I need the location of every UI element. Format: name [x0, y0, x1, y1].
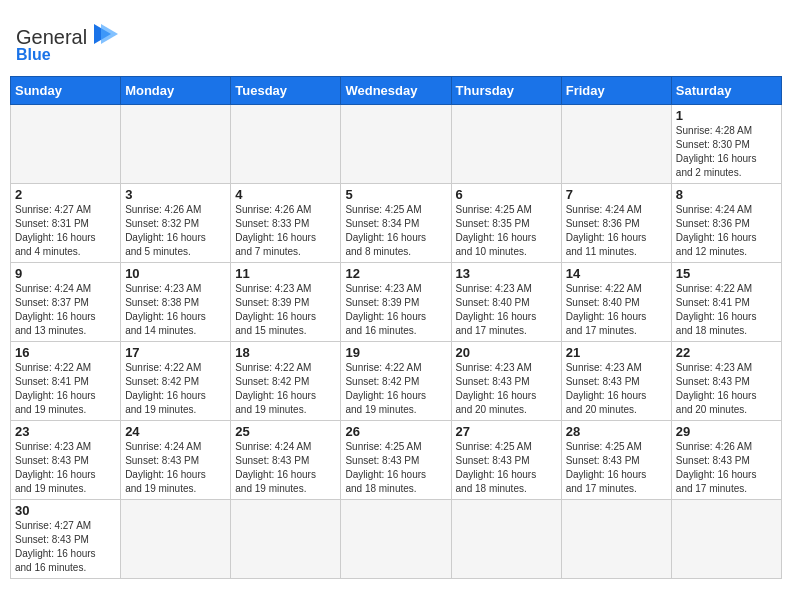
day-number: 19	[345, 345, 446, 360]
calendar-cell	[11, 105, 121, 184]
calendar-cell	[231, 500, 341, 579]
calendar-cell	[451, 105, 561, 184]
day-number: 22	[676, 345, 777, 360]
column-header-tuesday: Tuesday	[231, 77, 341, 105]
calendar-cell: 10Sunrise: 4:23 AM Sunset: 8:38 PM Dayli…	[121, 263, 231, 342]
day-info: Sunrise: 4:22 AM Sunset: 8:41 PM Dayligh…	[15, 361, 116, 417]
day-info: Sunrise: 4:26 AM Sunset: 8:43 PM Dayligh…	[676, 440, 777, 496]
calendar-week-row: 16Sunrise: 4:22 AM Sunset: 8:41 PM Dayli…	[11, 342, 782, 421]
svg-text:General: General	[16, 26, 87, 48]
column-header-monday: Monday	[121, 77, 231, 105]
page-header: General Blue	[10, 10, 782, 70]
calendar-cell: 1Sunrise: 4:28 AM Sunset: 8:30 PM Daylig…	[671, 105, 781, 184]
day-info: Sunrise: 4:28 AM Sunset: 8:30 PM Dayligh…	[676, 124, 777, 180]
day-info: Sunrise: 4:25 AM Sunset: 8:35 PM Dayligh…	[456, 203, 557, 259]
calendar-cell: 16Sunrise: 4:22 AM Sunset: 8:41 PM Dayli…	[11, 342, 121, 421]
day-info: Sunrise: 4:23 AM Sunset: 8:40 PM Dayligh…	[456, 282, 557, 338]
day-info: Sunrise: 4:25 AM Sunset: 8:43 PM Dayligh…	[566, 440, 667, 496]
day-info: Sunrise: 4:27 AM Sunset: 8:31 PM Dayligh…	[15, 203, 116, 259]
calendar-week-row: 30Sunrise: 4:27 AM Sunset: 8:43 PM Dayli…	[11, 500, 782, 579]
day-info: Sunrise: 4:26 AM Sunset: 8:33 PM Dayligh…	[235, 203, 336, 259]
day-number: 6	[456, 187, 557, 202]
calendar-cell	[451, 500, 561, 579]
calendar-cell	[341, 500, 451, 579]
column-header-saturday: Saturday	[671, 77, 781, 105]
calendar-cell	[671, 500, 781, 579]
column-header-wednesday: Wednesday	[341, 77, 451, 105]
day-info: Sunrise: 4:22 AM Sunset: 8:40 PM Dayligh…	[566, 282, 667, 338]
day-info: Sunrise: 4:22 AM Sunset: 8:42 PM Dayligh…	[125, 361, 226, 417]
day-number: 16	[15, 345, 116, 360]
day-number: 15	[676, 266, 777, 281]
day-info: Sunrise: 4:23 AM Sunset: 8:43 PM Dayligh…	[676, 361, 777, 417]
day-number: 23	[15, 424, 116, 439]
day-number: 24	[125, 424, 226, 439]
day-info: Sunrise: 4:22 AM Sunset: 8:42 PM Dayligh…	[235, 361, 336, 417]
day-number: 30	[15, 503, 116, 518]
day-number: 4	[235, 187, 336, 202]
day-number: 21	[566, 345, 667, 360]
day-info: Sunrise: 4:24 AM Sunset: 8:36 PM Dayligh…	[566, 203, 667, 259]
calendar-cell: 3Sunrise: 4:26 AM Sunset: 8:32 PM Daylig…	[121, 184, 231, 263]
calendar-cell: 24Sunrise: 4:24 AM Sunset: 8:43 PM Dayli…	[121, 421, 231, 500]
logo: General Blue	[16, 14, 126, 66]
calendar-cell	[121, 500, 231, 579]
day-number: 20	[456, 345, 557, 360]
calendar-cell: 9Sunrise: 4:24 AM Sunset: 8:37 PM Daylig…	[11, 263, 121, 342]
calendar-cell: 27Sunrise: 4:25 AM Sunset: 8:43 PM Dayli…	[451, 421, 561, 500]
day-number: 9	[15, 266, 116, 281]
calendar-cell: 26Sunrise: 4:25 AM Sunset: 8:43 PM Dayli…	[341, 421, 451, 500]
day-number: 26	[345, 424, 446, 439]
day-number: 27	[456, 424, 557, 439]
calendar-table: SundayMondayTuesdayWednesdayThursdayFrid…	[10, 76, 782, 579]
column-header-friday: Friday	[561, 77, 671, 105]
calendar-cell	[341, 105, 451, 184]
calendar-cell	[561, 500, 671, 579]
calendar-header-row: SundayMondayTuesdayWednesdayThursdayFrid…	[11, 77, 782, 105]
day-number: 17	[125, 345, 226, 360]
day-info: Sunrise: 4:23 AM Sunset: 8:43 PM Dayligh…	[15, 440, 116, 496]
calendar-cell: 5Sunrise: 4:25 AM Sunset: 8:34 PM Daylig…	[341, 184, 451, 263]
calendar-cell: 8Sunrise: 4:24 AM Sunset: 8:36 PM Daylig…	[671, 184, 781, 263]
day-number: 14	[566, 266, 667, 281]
logo-text: General Blue	[16, 14, 126, 66]
column-header-sunday: Sunday	[11, 77, 121, 105]
day-info: Sunrise: 4:24 AM Sunset: 8:36 PM Dayligh…	[676, 203, 777, 259]
day-number: 1	[676, 108, 777, 123]
calendar-cell: 19Sunrise: 4:22 AM Sunset: 8:42 PM Dayli…	[341, 342, 451, 421]
day-info: Sunrise: 4:23 AM Sunset: 8:43 PM Dayligh…	[456, 361, 557, 417]
calendar-week-row: 23Sunrise: 4:23 AM Sunset: 8:43 PM Dayli…	[11, 421, 782, 500]
calendar-cell: 18Sunrise: 4:22 AM Sunset: 8:42 PM Dayli…	[231, 342, 341, 421]
day-info: Sunrise: 4:23 AM Sunset: 8:39 PM Dayligh…	[345, 282, 446, 338]
day-number: 7	[566, 187, 667, 202]
calendar-cell: 12Sunrise: 4:23 AM Sunset: 8:39 PM Dayli…	[341, 263, 451, 342]
day-number: 18	[235, 345, 336, 360]
day-info: Sunrise: 4:22 AM Sunset: 8:41 PM Dayligh…	[676, 282, 777, 338]
calendar-cell: 17Sunrise: 4:22 AM Sunset: 8:42 PM Dayli…	[121, 342, 231, 421]
calendar-week-row: 9Sunrise: 4:24 AM Sunset: 8:37 PM Daylig…	[11, 263, 782, 342]
calendar-cell: 15Sunrise: 4:22 AM Sunset: 8:41 PM Dayli…	[671, 263, 781, 342]
svg-marker-2	[101, 24, 118, 44]
day-number: 8	[676, 187, 777, 202]
day-info: Sunrise: 4:25 AM Sunset: 8:34 PM Dayligh…	[345, 203, 446, 259]
calendar-cell: 28Sunrise: 4:25 AM Sunset: 8:43 PM Dayli…	[561, 421, 671, 500]
calendar-cell: 11Sunrise: 4:23 AM Sunset: 8:39 PM Dayli…	[231, 263, 341, 342]
calendar-cell: 21Sunrise: 4:23 AM Sunset: 8:43 PM Dayli…	[561, 342, 671, 421]
calendar-cell: 25Sunrise: 4:24 AM Sunset: 8:43 PM Dayli…	[231, 421, 341, 500]
day-number: 11	[235, 266, 336, 281]
calendar-cell: 29Sunrise: 4:26 AM Sunset: 8:43 PM Dayli…	[671, 421, 781, 500]
day-info: Sunrise: 4:23 AM Sunset: 8:38 PM Dayligh…	[125, 282, 226, 338]
day-info: Sunrise: 4:24 AM Sunset: 8:43 PM Dayligh…	[125, 440, 226, 496]
svg-text:Blue: Blue	[16, 46, 51, 62]
calendar-cell: 2Sunrise: 4:27 AM Sunset: 8:31 PM Daylig…	[11, 184, 121, 263]
day-number: 2	[15, 187, 116, 202]
day-info: Sunrise: 4:25 AM Sunset: 8:43 PM Dayligh…	[345, 440, 446, 496]
calendar-cell: 6Sunrise: 4:25 AM Sunset: 8:35 PM Daylig…	[451, 184, 561, 263]
calendar-cell	[121, 105, 231, 184]
calendar-week-row: 2Sunrise: 4:27 AM Sunset: 8:31 PM Daylig…	[11, 184, 782, 263]
day-number: 10	[125, 266, 226, 281]
column-header-thursday: Thursday	[451, 77, 561, 105]
day-info: Sunrise: 4:27 AM Sunset: 8:43 PM Dayligh…	[15, 519, 116, 575]
calendar-cell: 14Sunrise: 4:22 AM Sunset: 8:40 PM Dayli…	[561, 263, 671, 342]
day-info: Sunrise: 4:23 AM Sunset: 8:43 PM Dayligh…	[566, 361, 667, 417]
